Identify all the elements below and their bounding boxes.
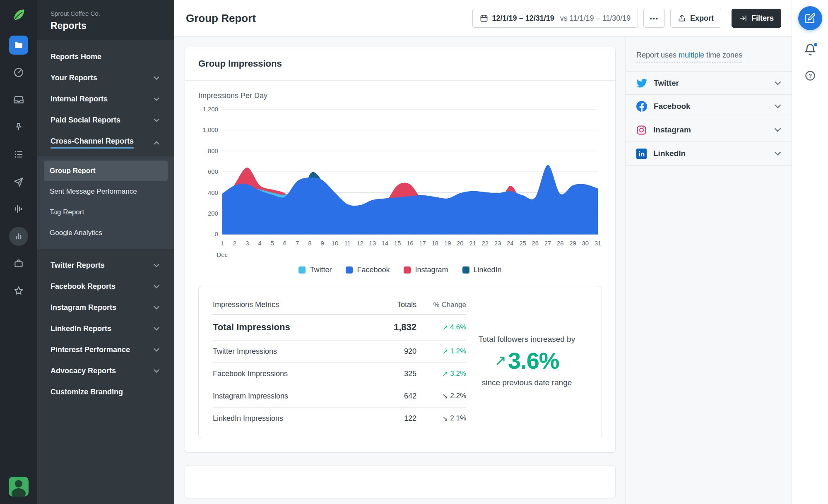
rail-item-listening[interactable] xyxy=(9,199,28,218)
company-name: Sprout Coffee Co. xyxy=(51,10,161,17)
svg-text:8: 8 xyxy=(308,240,311,247)
sidebar-item-facebook-reports[interactable]: Facebook Reports xyxy=(37,276,174,297)
export-button[interactable]: Export xyxy=(670,9,721,28)
svg-text:200: 200 xyxy=(208,210,218,217)
svg-text:22: 22 xyxy=(482,240,489,247)
chevron-down-icon xyxy=(775,151,781,156)
notifications-button[interactable] xyxy=(804,43,816,58)
svg-text:12: 12 xyxy=(356,240,363,247)
network-row-linkedin[interactable]: LinkedIn xyxy=(626,142,792,166)
rail-item-dashboard[interactable] xyxy=(9,63,28,82)
sidebar-item-label: Internal Reports xyxy=(51,95,108,103)
metrics-row-facebook: Facebook Impressions 325 ↗3.2% xyxy=(213,363,466,385)
help-button[interactable]: ? xyxy=(804,70,816,83)
rail-item-publishing[interactable] xyxy=(9,118,28,137)
sidebar-item-label: Your Reports xyxy=(51,74,97,82)
rail-item-favorites[interactable] xyxy=(9,281,28,300)
cross-channel-subnav: Group Report Sent Message Performance Ta… xyxy=(37,156,174,249)
sidebar-item-paid-social-reports[interactable]: Paid Social Reports xyxy=(37,110,174,131)
user-avatar[interactable] xyxy=(9,477,29,497)
network-row-facebook[interactable]: Facebook xyxy=(626,95,792,118)
sidebar-item-customize-branding[interactable]: Customize Branding xyxy=(37,382,174,403)
svg-text:28: 28 xyxy=(557,240,564,247)
folder-icon xyxy=(14,40,24,50)
sidebar-subitem-sent-message-performance[interactable]: Sent Message Performance xyxy=(44,181,168,202)
rail-item-reports[interactable] xyxy=(9,227,28,246)
legend-item-instagram[interactable]: Instagram xyxy=(404,266,448,274)
metric-label: Facebook Impressions xyxy=(213,370,367,378)
rail-item-sent-messages[interactable] xyxy=(9,172,28,191)
sidebar-item-reports-home[interactable]: Reports Home xyxy=(37,46,174,67)
compose-button[interactable] xyxy=(798,6,822,30)
legend-item-twitter[interactable]: Twitter xyxy=(298,266,332,274)
summary-percent: 3.6% xyxy=(508,347,559,374)
list-icon xyxy=(13,149,24,160)
legend-item-facebook[interactable]: Facebook xyxy=(346,266,390,274)
chart-container[interactable]: 02004006008001,0001,20012345678910111213… xyxy=(198,103,602,260)
rail-item-reports-folder[interactable] xyxy=(9,36,28,55)
network-label: LinkedIn xyxy=(653,149,686,158)
timezone-multiple-link[interactable]: multiple xyxy=(679,51,704,59)
filters-arrow-icon xyxy=(739,14,747,22)
app-icon-rail xyxy=(0,0,37,504)
sidebar-item-pinterest-performance[interactable]: Pinterest Performance xyxy=(37,339,174,360)
metrics-row-instagram: Instagram Impressions 642 ↘2.2% xyxy=(213,385,466,408)
bar-chart-icon xyxy=(14,231,24,241)
more-options-button[interactable]: ••• xyxy=(643,9,665,28)
app-root: Sprout Coffee Co. Reports Reports Home Y… xyxy=(0,0,828,504)
page-title: Group Report xyxy=(186,12,256,25)
metrics-row-twitter: Twitter Impressions 920 ↗1.2% xyxy=(213,341,466,363)
svg-text:600: 600 xyxy=(208,168,218,175)
filters-button[interactable]: Filters xyxy=(732,9,781,28)
area-series-facebook xyxy=(222,165,598,235)
sidebar-item-internal-reports[interactable]: Internal Reports xyxy=(37,89,174,110)
timezone-prefix: Report uses xyxy=(636,51,679,59)
sidebar-item-instagram-reports[interactable]: Instagram Reports xyxy=(37,297,174,318)
rail-item-feed[interactable] xyxy=(9,145,28,164)
linkedin-icon xyxy=(636,149,647,159)
sidebar-subitem-google-analytics[interactable]: Google Analytics xyxy=(44,223,168,243)
svg-text:30: 30 xyxy=(582,240,589,247)
sidebar-subitem-group-report[interactable]: Group Report xyxy=(44,161,168,181)
trend-arrow-icon: ↘ xyxy=(442,392,448,401)
svg-text:17: 17 xyxy=(419,240,426,247)
svg-text:4: 4 xyxy=(258,240,261,247)
rail-item-inbox[interactable] xyxy=(9,90,28,109)
sidebar-item-your-reports[interactable]: Your Reports xyxy=(37,67,174,89)
sidebar-item-label: Reports Home xyxy=(51,53,101,61)
legend-item-linkedin[interactable]: LinkedIn xyxy=(462,266,502,274)
sidebar-item-label: Instagram Reports xyxy=(51,303,116,312)
sprout-logo[interactable] xyxy=(10,7,27,23)
next-report-card-partial xyxy=(185,465,616,498)
sidebar-item-twitter-reports[interactable]: Twitter Reports xyxy=(37,255,174,276)
metric-total: 325 xyxy=(367,370,416,378)
network-row-instagram[interactable]: Instagram xyxy=(626,118,792,142)
metric-total: 122 xyxy=(367,414,416,423)
network-list: Twitter Facebook Instagram xyxy=(626,71,792,166)
sidebar-item-cross-channel-reports[interactable]: Cross-Channel Reports xyxy=(37,131,174,155)
chevron-down-icon xyxy=(775,104,781,108)
sidebar-subitem-tag-report[interactable]: Tag Report xyxy=(44,202,168,223)
network-row-twitter[interactable]: Twitter xyxy=(626,71,792,95)
date-range-button[interactable]: 12/1/19 – 12/31/19 vs 11/1/19 – 11/30/19 xyxy=(472,9,638,28)
metric-change: ↗4.6% xyxy=(416,323,466,332)
svg-text:6: 6 xyxy=(283,240,286,247)
network-label: Facebook xyxy=(654,102,691,111)
sidebar-title: Reports xyxy=(51,20,161,31)
sidebar-item-linkedin-reports[interactable]: LinkedIn Reports xyxy=(37,318,174,339)
chevron-down-icon xyxy=(775,128,781,132)
svg-text:20: 20 xyxy=(457,240,464,247)
topbar: Group Report 12/1/19 – 12/31/19 vs 11/1/… xyxy=(174,0,792,37)
svg-text:14: 14 xyxy=(382,240,389,247)
svg-text:27: 27 xyxy=(544,240,551,247)
sidebar-item-advocacy-reports[interactable]: Advocacy Reports xyxy=(37,360,174,382)
metrics-row-total: Total Impressions 1,832 ↗4.6% xyxy=(213,314,466,341)
legend-swatch-facebook xyxy=(346,266,353,274)
chart-legend: Twitter Facebook Instagram xyxy=(198,266,602,274)
impressions-metrics-box: Impressions Metrics Totals % Change Tota… xyxy=(198,286,602,438)
rail-item-cases[interactable] xyxy=(9,254,28,273)
metric-change: ↘2.2% xyxy=(416,392,466,401)
trend-arrow-icon: ↗ xyxy=(442,370,448,378)
metric-total: 920 xyxy=(367,347,416,356)
below-topbar: Group Impressions Impressions Per Day 02… xyxy=(174,37,792,504)
